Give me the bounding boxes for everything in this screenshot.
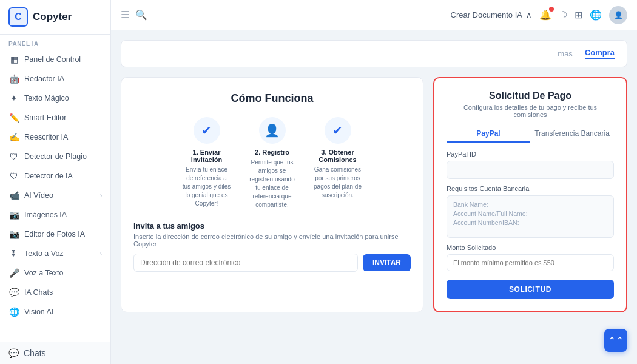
edit-icon: ✏️: [8, 113, 19, 123]
chat-footer-icon: 💬: [8, 348, 19, 358]
logo-icon: C: [8, 7, 28, 27]
panel-label: PANEL IA: [0, 35, 110, 50]
chats-footer[interactable]: 💬 Chats: [0, 342, 110, 364]
video-icon: 📹: [8, 190, 19, 200]
step-2: 👤 2. Registro Permite que tus amigos se …: [248, 117, 297, 209]
solicitud-title: Solicitud De Pago: [447, 90, 614, 101]
sidebar-item-detector-plagio[interactable]: 🛡 Detector de Plagio: [0, 147, 110, 166]
moon-icon[interactable]: ☽: [559, 9, 567, 21]
invite-row: INVITAR: [133, 254, 411, 272]
paypal-id-input[interactable]: [447, 161, 614, 179]
sidebar-item-smart-editor[interactable]: ✏️ Smart Editor: [0, 108, 110, 127]
solicitud-subtitle: Configura los detalles de tu pago y reci…: [447, 104, 614, 118]
tab-mas[interactable]: mas: [558, 49, 573, 58]
photo-icon: 📷: [8, 229, 19, 239]
step1-icon: ✔: [194, 117, 220, 144]
mic2-icon: 🎤: [8, 268, 19, 278]
content-area: mas Compra Cómo Funciona ✔ 1. Enviar inv…: [111, 30, 637, 364]
banco-line-2: Account Name/Full Name:: [453, 210, 607, 217]
mic-icon: 🎙: [8, 249, 19, 258]
fullscreen-icon[interactable]: ⊞: [575, 9, 582, 21]
scroll-top-button[interactable]: ⌃⌃: [604, 329, 627, 352]
sidebar: C Copyter PANEL IA ▦ Panel de Control 🤖 …: [0, 0, 111, 364]
sidebar-item-label: Texto Mágico: [24, 94, 69, 103]
sidebar-item-label: Redactor IA: [24, 75, 64, 83]
sidebar-item-texto-magico[interactable]: ✦ Texto Mágico: [0, 89, 110, 108]
step-1: ✔ 1. Enviar invitación Envía tu enlace d…: [183, 117, 231, 209]
solicitud-pago-card: Solicitud De Pago Configura los detalles…: [433, 77, 627, 312]
step3-title: 3. Obtener Comisiones: [314, 149, 362, 163]
step3-icon: ✔: [325, 117, 351, 144]
sidebar-item-texto-voz[interactable]: 🎙 Texto a Voz ›: [0, 244, 110, 263]
sidebar-item-reescritor-ia[interactable]: ✍️ Reescritor IA: [0, 127, 110, 147]
sidebar-item-label: Smart Editor: [24, 113, 66, 122]
sidebar-item-label: Panel de Control: [24, 55, 81, 64]
image-icon: 📷: [8, 210, 19, 220]
monto-label: Monto Solicitado: [447, 244, 614, 251]
invite-button[interactable]: INVITAR: [363, 254, 411, 271]
search-icon[interactable]: 🔍: [135, 9, 147, 21]
sidebar-item-label: IA Chats: [24, 288, 53, 297]
invite-section: Invita a tus amigos Inserte la dirección…: [133, 221, 411, 272]
solicitud-submit-btn[interactable]: SOLICITUD: [447, 280, 614, 299]
chevron-up-icon: ∧: [526, 10, 532, 19]
crear-label: Crear Documento IA: [451, 10, 523, 19]
tab-paypal[interactable]: PayPal: [447, 126, 530, 143]
banco-line-3: Account Number/IBAN:: [453, 219, 607, 226]
invite-email-input[interactable]: [133, 254, 358, 272]
avatar-icon: 👤: [614, 11, 623, 19]
step3-desc: Gana comisiones por sus primeros pagos d…: [314, 166, 362, 200]
sidebar-logo: C Copyter: [0, 0, 110, 35]
banco-requisitos: Bank Name: Account Name/Full Name: Accou…: [447, 195, 614, 238]
avatar[interactable]: 👤: [609, 6, 627, 24]
sidebar-nav: ▦ Panel de Control 🤖 Redactor IA ✦ Texto…: [0, 50, 110, 342]
sidebar-item-panel-control[interactable]: ▦ Panel de Control: [0, 50, 110, 69]
sidebar-item-vision-ai[interactable]: 🌐 Vision AI: [0, 302, 110, 322]
sidebar-item-voz-texto[interactable]: 🎤 Voz a Texto: [0, 263, 110, 283]
menu-icon[interactable]: ☰: [121, 9, 129, 21]
step1-title: 1. Enviar invitación: [183, 149, 231, 163]
bell-icon[interactable]: 🔔: [539, 9, 551, 21]
sidebar-item-imagenes-ia[interactable]: 📷 Imágenes IA: [0, 205, 110, 224]
sidebar-item-ia-chats[interactable]: 💬 IA Chats: [0, 283, 110, 302]
como-funciona-title: Cómo Funciona: [133, 92, 411, 105]
sidebar-item-label: Reescritor IA: [24, 133, 68, 141]
invite-desc: Inserte la dirección de correo electróni…: [133, 233, 411, 248]
como-funciona-card: Cómo Funciona ✔ 1. Enviar invitación Env…: [121, 77, 423, 312]
language-icon[interactable]: 🌐: [590, 9, 602, 21]
sidebar-item-label: Editor de Fotos IA: [24, 230, 85, 238]
sidebar-item-label: Detector de Plagio: [24, 152, 87, 161]
sidebar-item-detector-ia[interactable]: 🛡 Detector de IA: [0, 166, 110, 186]
sidebar-item-label: Detector de IA: [24, 172, 73, 180]
header-right: Crear Documento IA ∧ 🔔 ☽ ⊞ 🌐 👤: [451, 6, 628, 24]
top-tabs-bar: mas Compra: [121, 40, 627, 67]
monto-input[interactable]: [447, 254, 614, 271]
shield-icon: 🛡: [8, 152, 19, 161]
sidebar-item-redactor-ia[interactable]: 🤖 Redactor IA: [0, 69, 110, 89]
step2-desc: Permite que tus amigos se registren usan…: [248, 158, 297, 209]
two-col-layout: Cómo Funciona ✔ 1. Enviar invitación Env…: [121, 77, 627, 312]
sidebar-item-label: Vision AI: [24, 308, 53, 316]
robot-icon: 🤖: [8, 74, 19, 84]
header: ☰ 🔍 Crear Documento IA ∧ 🔔 ☽ ⊞ 🌐 👤: [111, 0, 637, 30]
banco-label: Requisitos Cuenta Bancaria: [447, 185, 614, 192]
sidebar-item-ai-video[interactable]: 📹 AI Vídeo ›: [0, 186, 110, 205]
globe-icon: 🌐: [8, 307, 19, 317]
crear-documento-btn[interactable]: Crear Documento IA ∧: [451, 10, 533, 19]
tab-transferencia[interactable]: Transferencia Bancaria: [530, 126, 614, 143]
step2-title: 2. Registro: [255, 149, 289, 156]
shield2-icon: 🛡: [8, 171, 19, 181]
sidebar-item-editor-fotos[interactable]: 📷 Editor de Fotos IA: [0, 224, 110, 244]
tab-compra[interactable]: Compra: [585, 48, 615, 59]
invite-title: Invita a tus amigos: [133, 221, 411, 231]
main-area: ☰ 🔍 Crear Documento IA ∧ 🔔 ☽ ⊞ 🌐 👤 mas C…: [111, 0, 637, 364]
banco-line-1: Bank Name:: [453, 201, 607, 208]
header-left: ☰ 🔍: [121, 9, 147, 21]
rewrite-icon: ✍️: [8, 132, 19, 142]
chevron-up-double-icon: ⌃⌃: [608, 335, 624, 346]
payment-tabs: PayPal Transferencia Bancaria: [447, 126, 614, 143]
chevron-right-icon: ›: [100, 192, 102, 199]
step-3: ✔ 3. Obtener Comisiones Gana comisiones …: [314, 117, 362, 209]
sidebar-item-label: Imágenes IA: [24, 211, 67, 219]
logo-name: Copyter: [33, 11, 72, 23]
